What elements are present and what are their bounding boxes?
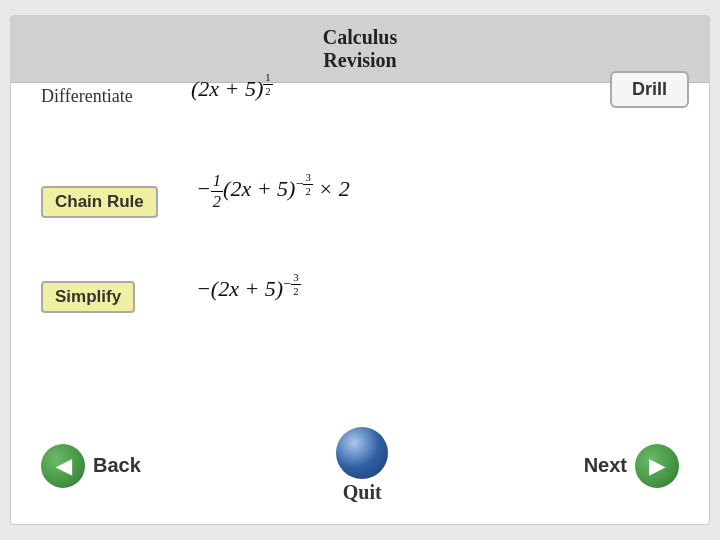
main-container: Calculus Revision Drill Differentiate (2… xyxy=(10,15,710,525)
title-line2: Revision xyxy=(323,49,396,71)
quit-button[interactable]: Quit xyxy=(336,427,388,504)
nav-area: ◀ Back Quit Next ▶ xyxy=(11,427,709,504)
next-arrow-icon: ▶ xyxy=(635,444,679,488)
back-button[interactable]: ◀ Back xyxy=(41,444,141,488)
title-bar: Calculus Revision xyxy=(11,16,709,83)
differentiate-expression: (2x + 5)12 xyxy=(191,71,273,102)
drill-button[interactable]: Drill xyxy=(610,71,689,108)
next-label: Next xyxy=(584,454,627,477)
back-label: Back xyxy=(93,454,141,477)
quit-sphere-icon xyxy=(336,427,388,479)
differentiate-label: Differentiate xyxy=(41,86,133,107)
chain-rule-button[interactable]: Chain Rule xyxy=(41,186,158,218)
next-button[interactable]: Next ▶ xyxy=(584,444,679,488)
simplify-expression: −(2x + 5)−32 xyxy=(196,271,301,302)
simplify-button[interactable]: Simplify xyxy=(41,281,135,313)
quit-label: Quit xyxy=(343,481,382,504)
title-line1: Calculus xyxy=(323,26,397,48)
chain-rule-expression: −12(2x + 5)−32 × 2 xyxy=(196,171,350,212)
back-arrow-icon: ◀ xyxy=(41,444,85,488)
